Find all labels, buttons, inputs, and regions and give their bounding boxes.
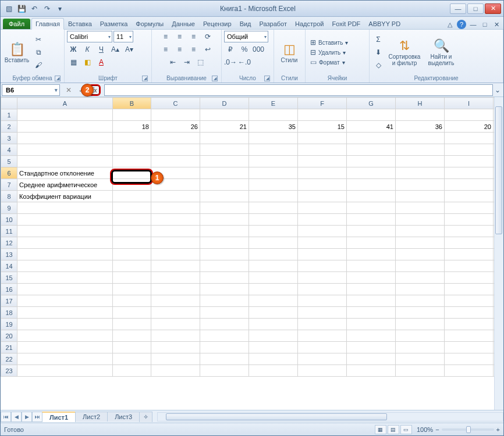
tab-layout[interactable]: Разметка: [96, 18, 132, 29]
comma-button[interactable]: 000: [252, 44, 265, 55]
minimize-button[interactable]: —: [450, 3, 466, 14]
number-launcher-icon[interactable]: ◢: [264, 76, 270, 81]
grow-font-button[interactable]: A▴: [109, 44, 122, 55]
format-cells-button[interactable]: ▭Формат ▾: [308, 58, 367, 67]
zoom-out-button[interactable]: −: [435, 426, 439, 433]
tab-data[interactable]: Данные: [168, 18, 199, 29]
sheet-nav-next-icon[interactable]: ▶: [22, 412, 32, 422]
cell-G2[interactable]: 41: [347, 121, 396, 133]
align-left-button[interactable]: ≡: [159, 44, 172, 55]
sheet-nav-first-icon[interactable]: ⏮: [1, 412, 11, 422]
qat-more-icon[interactable]: ▾: [54, 3, 66, 15]
doc-close-icon[interactable]: ✕: [492, 20, 501, 29]
view-layout-button[interactable]: ▤: [388, 425, 399, 434]
font-name-combo[interactable]: Calibri: [67, 31, 112, 42]
decrease-indent-button[interactable]: ⇤: [166, 56, 179, 68]
cut-button[interactable]: ✂: [32, 34, 45, 45]
tab-view[interactable]: Вид: [236, 18, 255, 29]
align-center-button[interactable]: ≡: [173, 44, 186, 55]
row-header[interactable]: 1: [1, 109, 17, 121]
row-header[interactable]: 8: [1, 191, 17, 202]
shrink-font-button[interactable]: A▾: [123, 44, 136, 55]
row-header[interactable]: 11: [1, 226, 17, 237]
col-header-I[interactable]: I: [445, 98, 494, 109]
sheet-tab-2[interactable]: Лист2: [75, 412, 108, 421]
view-pagebreak-button[interactable]: ▭: [400, 425, 412, 434]
cell-A7[interactable]: Среднее арифметическое: [17, 179, 113, 191]
sheet-tab-1[interactable]: Лист1: [42, 412, 76, 422]
clipboard-launcher-icon[interactable]: ◢: [55, 76, 61, 81]
delete-cells-button[interactable]: ⊟Удалить ▾: [308, 48, 367, 57]
cell-I2[interactable]: 20: [445, 121, 494, 133]
row-header[interactable]: 3: [1, 133, 17, 144]
wrap-text-button[interactable]: ↩: [201, 44, 214, 55]
view-normal-button[interactable]: ▦: [375, 425, 386, 434]
find-select-button[interactable]: 🔍 Найти и выделить: [424, 33, 458, 72]
percent-button[interactable]: %: [238, 44, 251, 55]
cell-F2[interactable]: 15: [298, 121, 347, 133]
row-header[interactable]: 17: [1, 295, 17, 307]
format-painter-button[interactable]: 🖌: [32, 59, 45, 71]
copy-button[interactable]: ⧉: [32, 47, 45, 58]
row-header[interactable]: 19: [1, 319, 17, 330]
col-header-B[interactable]: B: [113, 98, 151, 109]
tab-foxit[interactable]: Foxit PDF: [328, 18, 364, 29]
row-header[interactable]: 2: [1, 121, 17, 133]
row-header[interactable]: 4: [1, 144, 17, 156]
help-icon[interactable]: ?: [457, 20, 466, 29]
name-box[interactable]: B6: [2, 84, 60, 96]
insert-cells-button[interactable]: ⊞Вставить ▾: [308, 38, 367, 47]
zoom-slider[interactable]: [442, 428, 494, 431]
align-bottom-button[interactable]: ≡: [187, 31, 200, 42]
increase-indent-button[interactable]: ⇥: [180, 56, 193, 68]
vscroll-thumb[interactable]: [495, 106, 502, 234]
formula-input[interactable]: [104, 84, 493, 96]
col-header-C[interactable]: C: [151, 98, 200, 109]
horizontal-scrollbar[interactable]: [157, 412, 503, 421]
row-header[interactable]: 18: [1, 307, 17, 319]
font-color-button[interactable]: A: [95, 56, 108, 68]
tab-addins[interactable]: Надстрой: [291, 18, 328, 29]
row-header[interactable]: 7: [1, 179, 17, 191]
col-header-E[interactable]: E: [249, 98, 298, 109]
row-header[interactable]: 12: [1, 237, 17, 249]
row-header[interactable]: 5: [1, 156, 17, 167]
tab-abbyy[interactable]: ABBYY PD: [364, 18, 404, 29]
cell-B6-selected[interactable]: [113, 167, 151, 179]
new-sheet-button[interactable]: ✧: [139, 412, 152, 422]
font-size-combo[interactable]: 11: [113, 31, 133, 42]
row-header[interactable]: 6: [1, 167, 17, 179]
align-right-button[interactable]: ≡: [187, 44, 200, 55]
grid-scroll[interactable]: A B C D E F G H I J 1 2 18 26 21 35: [1, 97, 503, 410]
bold-button[interactable]: Ж: [67, 44, 80, 55]
styles-button[interactable]: ◫ Стили: [276, 33, 302, 72]
fill-color-button[interactable]: ◧: [81, 56, 94, 68]
border-button[interactable]: ▦: [67, 56, 80, 68]
merge-button[interactable]: ⬚: [194, 56, 207, 68]
col-header-A[interactable]: A: [17, 98, 113, 109]
col-header-D[interactable]: D: [200, 98, 249, 109]
align-top-button[interactable]: ≡: [159, 31, 172, 42]
col-header-F[interactable]: F: [298, 98, 347, 109]
cell-D2[interactable]: 21: [200, 121, 249, 133]
cell-B2[interactable]: 18: [113, 121, 151, 133]
paste-button[interactable]: 📋 Вставить: [3, 33, 31, 72]
decrease-decimal-button[interactable]: ←.0: [238, 56, 251, 68]
row-header[interactable]: 13: [1, 249, 17, 260]
zoom-level[interactable]: 100%: [417, 426, 433, 433]
currency-button[interactable]: ₽: [224, 44, 237, 55]
maximize-button[interactable]: □: [467, 3, 484, 14]
row-header[interactable]: 14: [1, 260, 17, 272]
row-header[interactable]: 10: [1, 214, 17, 226]
autosum-button[interactable]: Σ: [372, 34, 385, 45]
undo-icon[interactable]: ↶: [29, 3, 40, 15]
increase-decimal-button[interactable]: .0→: [224, 56, 237, 68]
redo-icon[interactable]: ↷: [41, 3, 53, 15]
row-header[interactable]: 21: [1, 342, 17, 353]
zoom-thumb[interactable]: [466, 426, 471, 433]
cell-A8[interactable]: Коэффициент вариации: [17, 191, 113, 202]
select-all-corner[interactable]: [1, 98, 17, 109]
cell-H2[interactable]: 36: [396, 121, 445, 133]
fill-button[interactable]: ⬇: [372, 47, 385, 58]
cell-A6[interactable]: Стандартное отклонение: [17, 167, 113, 179]
